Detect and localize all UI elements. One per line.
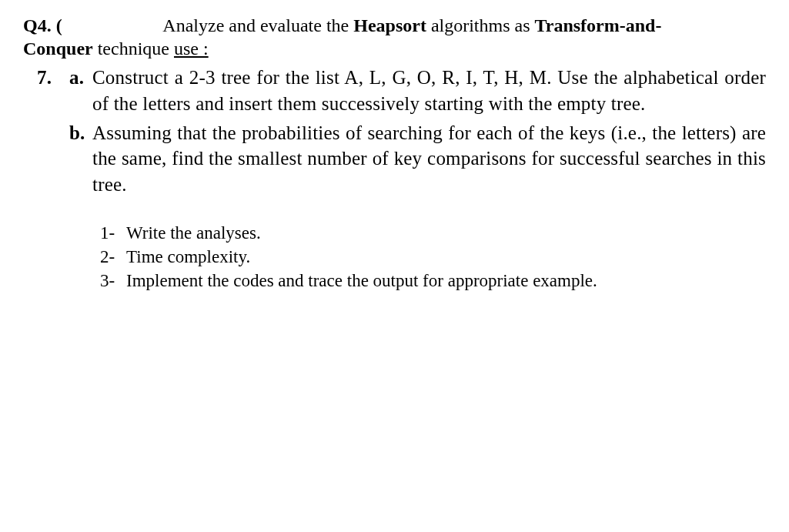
task-item: 3- Implement the codes and trace the out…: [100, 269, 766, 293]
heading-leadin: Analyze and evaluate the: [162, 15, 353, 35]
subquestion-a-label: a.: [69, 65, 92, 91]
question-heading: Q4. ( Analyze and evaluate the Heapsort …: [23, 14, 766, 60]
heading-algoname: Heapsort: [353, 15, 426, 35]
task-number: 2-: [100, 245, 126, 269]
task-item: 2- Time complexity.: [100, 245, 766, 269]
task-item: 1- Write the analyses.: [100, 221, 766, 245]
subquestion-a-text: Construct a 2-3 tree for the list A, L, …: [92, 65, 766, 117]
heading-tail-a: technique: [93, 38, 174, 59]
subquestion-block: 7. a. Construct a 2-3 tree for the list …: [37, 65, 766, 198]
subquestion-a: 7. a. Construct a 2-3 tree for the list …: [37, 65, 766, 117]
task-list: 1- Write the analyses. 2- Time complexit…: [100, 221, 766, 293]
task-number: 1-: [100, 221, 126, 245]
task-text: Time complexity.: [126, 245, 766, 269]
subquestion-b-label: b.: [69, 120, 92, 146]
task-number: 3-: [100, 269, 126, 293]
heading-tail-u: use :: [174, 38, 209, 59]
page: Q4. ( Analyze and evaluate the Heapsort …: [0, 0, 789, 316]
subquestion-number: 7.: [37, 65, 69, 91]
heading-tech-a: Transform-and-: [535, 15, 662, 35]
task-text: Implement the codes and trace the output…: [126, 269, 766, 293]
task-text: Write the analyses.: [126, 221, 766, 245]
heading-mid: algorithms as: [426, 15, 535, 35]
heading-tech-b: Conquer: [23, 38, 93, 59]
subquestion-b-text: Assuming that the probabilities of searc…: [92, 120, 766, 198]
subquestion-b: . b. Assuming that the probabilities of …: [37, 120, 766, 198]
question-number: Q4. (: [23, 15, 62, 35]
